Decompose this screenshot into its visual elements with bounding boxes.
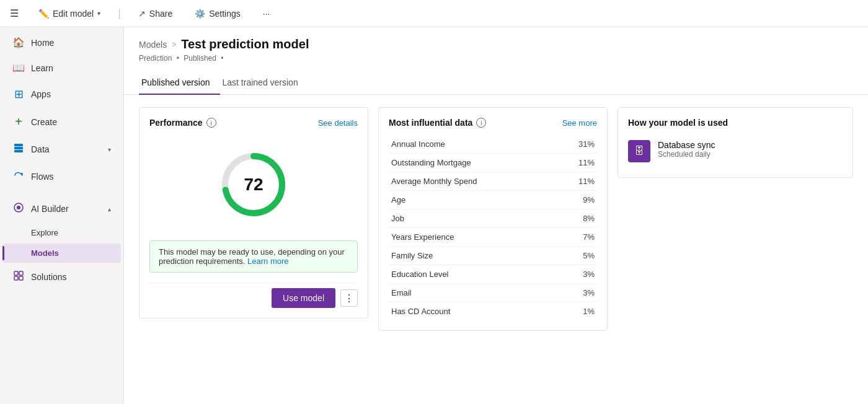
usage-item: 🗄 Database sync Scheduled daily [628, 135, 843, 167]
subtitle-status: Published [184, 54, 216, 63]
share-label: Share [149, 9, 172, 19]
svg-rect-7 [14, 276, 18, 280]
usage-items-list: 🗄 Database sync Scheduled daily [628, 135, 843, 167]
influential-row-label: Years Experience [389, 228, 558, 247]
settings-label: Settings [209, 9, 241, 19]
performance-title: Performance [149, 118, 203, 128]
influential-info-icon[interactable]: i [476, 118, 486, 128]
sidebar-item-apps[interactable]: ⊞ Apps [2, 81, 121, 107]
use-model-button[interactable]: Use model [272, 288, 335, 308]
tabs: Published version Last trained version [124, 72, 868, 95]
sidebar-item-solutions[interactable]: Solutions [2, 264, 121, 290]
influential-row-value: 11% [558, 172, 597, 191]
sidebar-item-learn-label: Learn [31, 63, 53, 73]
svg-rect-6 [19, 271, 23, 275]
sidebar-item-create[interactable]: + Create [2, 108, 121, 135]
performance-card-header: Performance i See details [149, 118, 358, 128]
influential-row-value: 9% [558, 191, 597, 209]
influential-data-row: Family Size 5% [389, 247, 597, 265]
svg-rect-8 [19, 276, 23, 280]
sidebar-item-ai-builder[interactable]: AI Builder ▴ [2, 196, 121, 222]
sidebar-item-models[interactable]: Models [2, 244, 121, 263]
breadcrumb: Models > Test prediction model [139, 37, 853, 51]
influential-row-label: Job [389, 209, 558, 228]
performance-info-icon[interactable]: i [206, 118, 216, 128]
edit-model-label: Edit model [53, 9, 94, 19]
main-layout: 🏠 Home 📖 Learn ⊞ Apps + Create Data ▾ [0, 27, 868, 404]
settings-button[interactable]: ⚙️ Settings [190, 6, 246, 21]
sidebar: 🏠 Home 📖 Learn ⊞ Apps + Create Data ▾ [0, 27, 124, 404]
influential-row-label: Outstanding Mortgage [389, 154, 558, 172]
sidebar-item-explore[interactable]: Explore [2, 223, 121, 242]
content-area: Models > Test prediction model Predictio… [124, 27, 868, 404]
influential-data-table: Annual Income 31% Outstanding Mortgage 1… [389, 135, 597, 320]
breadcrumb-models-link[interactable]: Models [139, 40, 167, 50]
sidebar-item-flows[interactable]: Flows [2, 164, 121, 190]
create-icon: + [12, 115, 25, 129]
sidebar-item-data[interactable]: Data ▾ [2, 136, 121, 162]
performance-alert-box: This model may be ready to use, dependin… [149, 240, 358, 273]
performance-title-group: Performance i [149, 118, 216, 128]
breadcrumb-chevron-icon: > [172, 40, 176, 49]
influential-row-value: 11% [558, 154, 597, 172]
influential-row-value: 31% [558, 135, 597, 154]
usage-item-icon: 🗄 [628, 140, 650, 162]
home-icon: 🏠 [12, 37, 25, 48]
influential-row-value: 5% [558, 247, 597, 265]
usage-item-text: Database sync Scheduled daily [658, 140, 715, 159]
ai-builder-icon [12, 202, 25, 216]
sidebar-item-explore-label: Explore [31, 228, 58, 237]
usage-title: How your model is used [628, 118, 728, 128]
settings-icon: ⚙️ [195, 9, 205, 19]
influential-title: Most influential data [389, 118, 472, 128]
tab-last-trained-version[interactable]: Last trained version [220, 72, 308, 95]
ai-chevron-icon: ▴ [108, 206, 111, 213]
sidebar-item-data-label: Data [31, 144, 50, 154]
page-subtitle: Prediction • Published • [139, 54, 853, 63]
more-options-button[interactable]: ··· [258, 6, 275, 21]
apps-icon: ⊞ [12, 87, 25, 101]
influential-data-row: Education Level 3% [389, 265, 597, 284]
performance-card: Performance i See details 72 [139, 107, 368, 318]
usage-item-name: Database sync [658, 140, 715, 150]
edit-model-button[interactable]: ✏️ Edit model ▾ [33, 6, 105, 21]
donut-chart: 72 [216, 147, 291, 222]
influential-data-row: Job 8% [389, 209, 597, 228]
usage-item-subtitle: Scheduled daily [658, 150, 715, 159]
influential-row-label: Family Size [389, 247, 558, 265]
data-chevron-icon: ▾ [108, 146, 111, 153]
edit-chevron-icon: ▾ [97, 10, 100, 17]
sidebar-item-solutions-label: Solutions [31, 272, 67, 282]
influential-row-label: Average Monthly Spend [389, 172, 558, 191]
performance-more-button[interactable]: ⋮ [340, 289, 358, 307]
influential-row-label: Education Level [389, 265, 558, 284]
hamburger-icon[interactable]: ☰ [10, 7, 19, 19]
influential-data-row: Has CD Account 1% [389, 302, 597, 321]
sidebar-item-learn[interactable]: 📖 Learn [2, 56, 121, 80]
sidebar-item-create-label: Create [31, 117, 57, 127]
sidebar-item-home[interactable]: 🏠 Home [2, 30, 121, 55]
influential-row-value: 1% [558, 302, 597, 321]
performance-see-details-link[interactable]: See details [318, 118, 358, 128]
share-icon: ↗ [138, 9, 146, 19]
learn-more-link[interactable]: Learn more [247, 257, 288, 266]
usage-card-header: How your model is used [628, 118, 843, 128]
svg-rect-1 [14, 147, 23, 149]
sidebar-item-apps-label: Apps [31, 89, 51, 99]
share-button[interactable]: ↗ Share [133, 6, 177, 21]
subtitle-type: Prediction [139, 54, 172, 63]
sidebar-item-models-label: Models [31, 248, 59, 258]
page-header: Models > Test prediction model Predictio… [124, 27, 868, 63]
sidebar-item-home-label: Home [31, 38, 54, 48]
influential-row-value: 8% [558, 209, 597, 228]
influential-row-label: Has CD Account [389, 302, 558, 321]
performance-card-footer: Use model ⋮ [149, 283, 358, 308]
influential-row-value: 7% [558, 228, 597, 247]
tab-published-version[interactable]: Published version [139, 72, 220, 95]
svg-point-4 [17, 206, 20, 209]
influential-see-more-link[interactable]: See more [562, 118, 597, 128]
learn-icon: 📖 [12, 62, 25, 74]
donut-score-label: 72 [244, 175, 263, 195]
sidebar-item-ai-label: AI Builder [31, 204, 69, 214]
influential-data-row: Email 3% [389, 284, 597, 302]
